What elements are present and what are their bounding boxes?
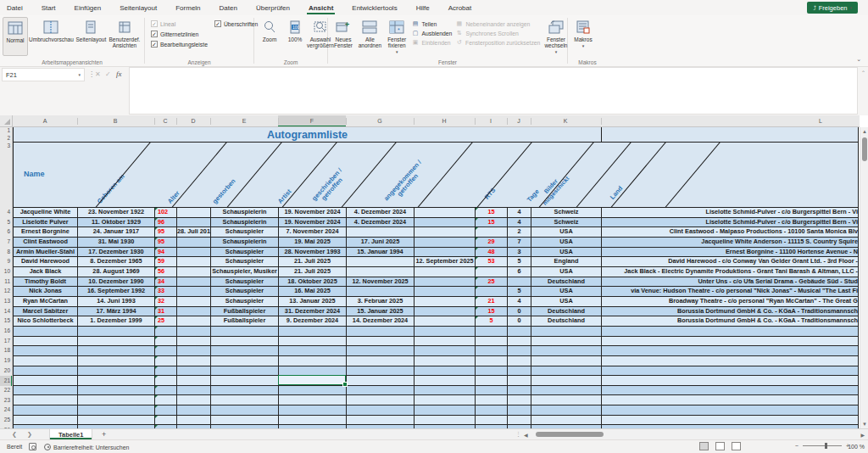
cell-empty[interactable] xyxy=(347,376,415,386)
row-header-23[interactable]: 23 xyxy=(4,397,10,403)
table-title-cell[interactable]: Autogrammliste xyxy=(14,127,602,143)
cell-gestorben[interactable] xyxy=(177,218,211,228)
cell-bilder[interactable]: 0 xyxy=(508,307,531,317)
cell-empty[interactable] xyxy=(476,416,508,426)
cell-empty[interactable] xyxy=(14,366,78,377)
cell-empty[interactable] xyxy=(78,386,155,396)
cell-adresse[interactable]: via Venue: Hudson Theatre - c/o personal… xyxy=(602,287,859,297)
cell-empty[interactable] xyxy=(602,366,859,377)
cell-geboren[interactable]: 10. Dezember 1990 xyxy=(78,277,155,288)
cell-adresse[interactable]: Liselotte Schmid-Pulver - c/o Burgerspit… xyxy=(602,218,859,228)
column-divider[interactable] xyxy=(77,118,78,125)
formula-bar-checkbox[interactable]: ✓Bearbeitungsleiste xyxy=(151,41,208,48)
cell-angekommen[interactable]: 4. Dezember 2024 xyxy=(347,218,415,228)
scroll-right-icon[interactable]: ▶ xyxy=(860,432,865,438)
cell-gestorben[interactable] xyxy=(177,287,211,297)
cell-adresse[interactable]: Borussia Dortmund GmbH & Co. - KGaA - Tr… xyxy=(602,316,859,327)
cell-empty[interactable] xyxy=(78,416,155,426)
row-header-3[interactable]: 3 xyxy=(7,143,10,148)
cell-tage[interactable]: 25 xyxy=(476,277,508,288)
cell-geschrieben[interactable]: 7. November 2024 xyxy=(279,227,347,238)
cell-name[interactable]: Marcel Sabitzer xyxy=(14,307,78,317)
zoom-100-button[interactable]: 100 100% xyxy=(282,17,308,56)
selected-cell[interactable] xyxy=(278,375,346,385)
cell-empty[interactable] xyxy=(508,376,531,386)
column-headers[interactable]: ABCDEFGHIJKL xyxy=(13,115,860,127)
row-header-19[interactable]: 19 xyxy=(4,357,10,363)
cell-angekommen[interactable]: 15. Januar 2025 xyxy=(347,307,415,317)
cell-bilder[interactable]: 2 xyxy=(508,227,531,238)
cell-alter[interactable]: 32 xyxy=(155,297,177,307)
cell-geboren[interactable]: 31. Mai 1930 xyxy=(78,238,155,248)
cell-geboren[interactable]: 8. Dezember 1965 xyxy=(78,257,155,267)
menu-tab-entwicklertools[interactable]: Entwicklertools xyxy=(350,2,398,14)
cell-empty[interactable] xyxy=(279,327,347,337)
cell-empty[interactable] xyxy=(78,337,155,347)
cell-empty[interactable] xyxy=(347,405,415,416)
cell-tage[interactable]: 15 xyxy=(476,307,508,317)
horizontal-scroll-thumb[interactable] xyxy=(536,432,604,437)
cell-tage[interactable] xyxy=(476,227,508,238)
cell-empty[interactable] xyxy=(14,405,78,416)
cell-adresse[interactable]: Unter Uns - c/o Ufa Serial Drama - Gebäu… xyxy=(602,277,859,288)
cell-empty[interactable] xyxy=(347,346,415,356)
prev-sheet-icon[interactable]: ❮ xyxy=(12,431,17,438)
cell-artist[interactable]: Schauspieler xyxy=(211,277,279,288)
sheet-tab-tabelle1[interactable]: Tabelle1 xyxy=(49,429,92,439)
normal-view-button[interactable]: Normal xyxy=(3,17,28,56)
cell-alter[interactable]: 34 xyxy=(155,277,177,288)
macro-record-icon[interactable] xyxy=(29,443,36,450)
cell-empty[interactable] xyxy=(347,327,415,337)
cell-gestorben[interactable] xyxy=(177,208,211,218)
share-button[interactable]: ⤴ Freigeben ▾ xyxy=(807,2,858,14)
column-header-E[interactable]: E xyxy=(242,115,247,127)
cell-name[interactable]: Timothy Boldt xyxy=(14,277,78,288)
cell-empty[interactable] xyxy=(279,337,347,347)
next-sheet-icon[interactable]: ❯ xyxy=(27,431,32,438)
cell-empty[interactable] xyxy=(211,327,279,337)
cell-geboren[interactable]: 14. Juni 1993 xyxy=(78,297,155,307)
cell-empty[interactable] xyxy=(279,386,347,396)
cell-angekommen[interactable]: 12. November 2025 xyxy=(347,277,415,288)
cell-empty[interactable] xyxy=(14,327,78,337)
cell-geschrieben[interactable]: 9. Dezember 2024 xyxy=(279,316,347,327)
cell-artist[interactable]: Fußballspieler xyxy=(211,307,279,317)
cell-empty[interactable] xyxy=(347,337,415,347)
column-header-I[interactable]: I xyxy=(490,115,492,127)
cell-empty[interactable] xyxy=(78,405,155,416)
row-header-14[interactable]: 14 xyxy=(4,308,10,314)
cell-empty[interactable] xyxy=(347,386,415,396)
column-divider[interactable] xyxy=(278,118,279,125)
cell-empty[interactable] xyxy=(508,356,531,366)
cell-geschrieben[interactable]: 13. Januar 2025 xyxy=(279,297,347,307)
cell-angekommen[interactable]: 3. Februar 2025 xyxy=(347,297,415,307)
row-header-4[interactable]: 4 xyxy=(7,209,10,215)
column-divider[interactable] xyxy=(531,118,531,125)
menu-tab-daten[interactable]: Daten xyxy=(218,2,239,14)
cell-rts_date[interactable] xyxy=(415,277,476,288)
cell-geboren[interactable]: 16. September 1992 xyxy=(78,287,155,297)
zoom-slider-thumb[interactable] xyxy=(825,443,827,449)
split-button[interactable]: ▤Teilen xyxy=(411,20,452,27)
cell-land[interactable]: Deutschland xyxy=(531,277,602,288)
cell-tage[interactable] xyxy=(476,287,508,297)
cell-tage[interactable] xyxy=(476,267,508,277)
cell-empty[interactable] xyxy=(279,346,347,356)
cell-gestorben[interactable] xyxy=(177,257,211,267)
menu-tab-formeln[interactable]: Formeln xyxy=(174,2,202,14)
cell-empty[interactable] xyxy=(155,327,177,337)
column-header-L[interactable]: L xyxy=(819,115,822,127)
formula-input[interactable] xyxy=(129,67,858,115)
vertical-scroll-thumb[interactable] xyxy=(862,137,867,161)
cell-empty[interactable] xyxy=(476,405,508,416)
cell-artist[interactable]: Schauspieler xyxy=(211,287,279,297)
cell-empty[interactable] xyxy=(415,395,476,405)
cell-empty[interactable] xyxy=(78,366,155,377)
cell-empty[interactable] xyxy=(279,356,347,366)
cell-land[interactable]: Schweiz xyxy=(531,218,602,228)
cell-geboren[interactable]: 11. Oktober 1929 xyxy=(78,218,155,228)
cell-empty[interactable] xyxy=(476,386,508,396)
cell-empty[interactable] xyxy=(14,376,78,386)
cell-empty[interactable] xyxy=(14,337,78,347)
column-divider[interactable] xyxy=(346,118,347,125)
